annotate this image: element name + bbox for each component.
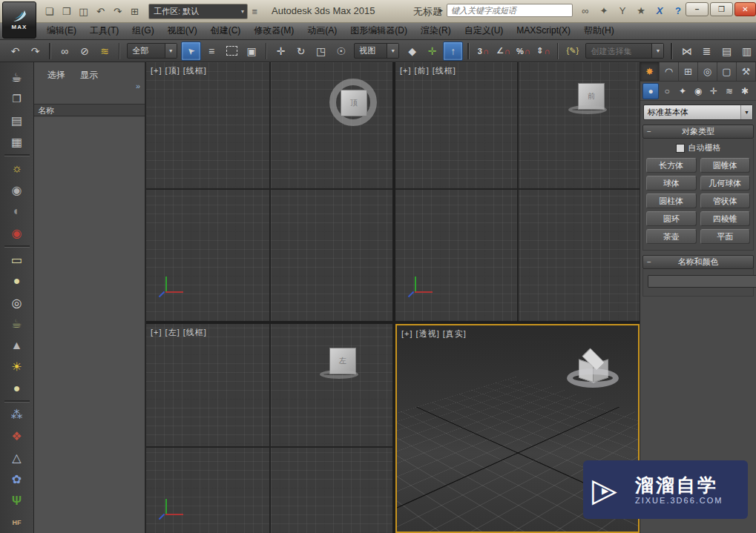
viewport-front[interactable]: [+] [前] [线框] 前 — [395, 62, 640, 321]
menu-modifiers[interactable]: 修改器(M) — [247, 22, 300, 39]
category-space-warps[interactable]: ≋ — [722, 84, 737, 99]
unlink-button[interactable]: ⊘ — [76, 42, 94, 60]
explorer-expand-chevron[interactable]: » — [136, 82, 140, 90]
workspace-menu-icon[interactable]: ≣ — [252, 7, 257, 16]
angle-snap-button[interactable]: ∠∩ — [494, 42, 513, 60]
wire-teapot-icon[interactable]: ☕ — [2, 313, 32, 334]
key-icon[interactable]: ✦ — [597, 2, 611, 19]
rect-region-icon[interactable] — [223, 42, 241, 60]
menu-help[interactable]: 帮助(H) — [577, 22, 621, 39]
open-file-button[interactable]: ❒ — [59, 4, 74, 19]
viewcube-ring[interactable] — [567, 368, 619, 388]
box-button[interactable]: 长方体 — [646, 158, 697, 173]
blob-prim-icon[interactable]: ● — [2, 271, 32, 292]
menu-rendering[interactable]: 渲染(R) — [414, 22, 458, 39]
category-geometry[interactable]: ● — [642, 83, 659, 99]
selection-set-dropdown[interactable]: ▼ — [585, 43, 664, 59]
graphite-ribbon-button[interactable]: ▥ — [737, 42, 756, 60]
teapot-button[interactable]: 茶壶 — [646, 229, 697, 244]
viewcube[interactable]: 前 — [567, 80, 614, 122]
menu-create[interactable]: 创建(C) — [204, 22, 248, 39]
viewport-perspective-label[interactable]: [+] [透视] [真实] — [401, 328, 467, 340]
viewcube[interactable]: 左 — [318, 345, 366, 386]
new-scene-button[interactable]: ❏ — [42, 4, 57, 19]
collapse-icon[interactable]: − — [647, 128, 651, 136]
name-color-rollout-header[interactable]: − 名称和颜色 — [642, 255, 754, 269]
window-crossing-button[interactable]: ▣ — [243, 42, 261, 60]
molecule-icon[interactable]: ❖ — [2, 426, 32, 447]
menu-animation[interactable]: 动画(A) — [300, 22, 344, 39]
tab-utilities[interactable]: ⚒ — [737, 62, 756, 81]
save-file-button[interactable]: ◫ — [76, 4, 91, 19]
satellite-icon[interactable]: Y — [616, 2, 629, 19]
viewport-top-label[interactable]: [+] [顶] [线框] — [151, 65, 207, 76]
minimize-button[interactable]: – — [686, 2, 709, 16]
viewport-left[interactable]: [+] [左] [线框] 左 — [146, 324, 392, 533]
scale-button[interactable]: ◳ — [312, 42, 330, 60]
plane-button[interactable]: 平面 — [700, 229, 751, 244]
viewport-left-label[interactable]: [+] [左] [线框] — [151, 327, 207, 338]
select-manipulate-icon[interactable]: ✛ — [423, 42, 441, 60]
tube-button[interactable]: 管状体 — [700, 193, 751, 208]
search-flyout-icon[interactable]: ▸ — [439, 6, 443, 14]
reference-coord-dropdown[interactable]: 视图 ▼ — [354, 43, 399, 59]
favorites-star-icon[interactable]: ★ — [634, 2, 648, 19]
cylinder-button[interactable]: 圆柱体 — [646, 193, 697, 208]
object-name-field[interactable] — [648, 275, 756, 288]
plane-prim-icon[interactable]: ▭ — [2, 249, 32, 271]
selection-set-input[interactable] — [586, 46, 651, 56]
param-sheet-icon[interactable]: ▤ — [2, 110, 32, 131]
exchange-icon[interactable]: X — [653, 2, 666, 19]
redo-history-button[interactable]: ↷ — [26, 42, 45, 60]
rotate-button[interactable]: ↻ — [292, 42, 310, 60]
explorer-tab-display[interactable]: 显示 — [80, 69, 98, 82]
menu-maxscript[interactable]: MAXScript(X) — [510, 22, 577, 39]
menu-edit[interactable]: 编辑(E) — [40, 22, 83, 39]
category-lights[interactable]: ✦ — [675, 84, 690, 99]
layer-manager-button[interactable]: ▤ — [717, 42, 736, 60]
percent-snap-button[interactable]: %∩ — [514, 42, 533, 60]
menu-customize[interactable]: 自定义(U) — [458, 22, 510, 39]
viewcube-ring[interactable] — [568, 105, 607, 114]
menu-tools[interactable]: 工具(T) — [83, 22, 125, 39]
particle-array-icon[interactable]: ⁂ — [2, 404, 32, 426]
category-systems[interactable]: ✱ — [737, 84, 752, 99]
select-place-button[interactable]: ☉ — [332, 42, 350, 60]
menu-views[interactable]: 视图(V) — [161, 22, 204, 39]
keyboard-override-toggle[interactable]: ↑ — [443, 42, 463, 61]
search-input[interactable] — [447, 4, 573, 17]
mirror-button[interactable]: ⋈ — [677, 42, 696, 60]
ring-prim-icon[interactable]: ◎ — [2, 292, 32, 314]
grass-icon[interactable]: Ψ — [2, 490, 32, 512]
viewport-top[interactable]: [+] [顶] [线框] 顶 — [146, 62, 392, 321]
tab-modify[interactable]: ◠ — [660, 62, 679, 81]
undo-button[interactable]: ↶ — [93, 4, 108, 19]
redo-button[interactable]: ↷ — [110, 4, 125, 19]
subcategory-dropdown[interactable]: 标准基本体 ▼ — [643, 105, 753, 120]
category-shapes[interactable]: ○ — [660, 84, 674, 99]
light-lister-icon[interactable]: ☼ — [2, 158, 32, 179]
pyramid-helper-icon[interactable]: △ — [2, 447, 32, 469]
undo-history-button[interactable]: ↶ — [6, 42, 24, 60]
maximize-button[interactable]: ❐ — [710, 2, 733, 16]
cone-button[interactable]: 圆锥体 — [700, 158, 751, 173]
help-icon[interactable]: ? — [671, 2, 685, 19]
tab-hierarchy[interactable]: ⊞ — [679, 62, 698, 81]
feather-hf-icon[interactable]: HF — [2, 512, 32, 533]
object-type-rollout-header[interactable]: − 对象类型 — [642, 125, 754, 139]
spinner-snap-button[interactable]: ⇕∩ — [534, 42, 553, 60]
align-button[interactable]: ≣ — [697, 42, 716, 60]
collapse-icon[interactable]: − — [647, 258, 651, 266]
menu-group[interactable]: 组(G) — [125, 22, 160, 39]
select-by-name-button[interactable]: ≡ — [203, 42, 221, 60]
explorer-name-column-header[interactable]: 名称 — [34, 104, 145, 116]
camera-lister-icon[interactable]: ◉ — [2, 179, 32, 201]
project-folder-button[interactable]: ⊞ — [127, 4, 142, 19]
viewcube-ring[interactable] — [320, 370, 358, 379]
torus-button[interactable]: 圆环 — [646, 211, 697, 226]
sphere-button[interactable]: 球体 — [646, 176, 697, 191]
viewcube[interactable]: 顶 — [329, 79, 377, 126]
pyramid-button[interactable]: 四棱锥 — [700, 211, 751, 226]
category-cameras[interactable]: ◉ — [691, 84, 706, 99]
snap-toggle-button[interactable]: 3∩ — [474, 42, 493, 60]
